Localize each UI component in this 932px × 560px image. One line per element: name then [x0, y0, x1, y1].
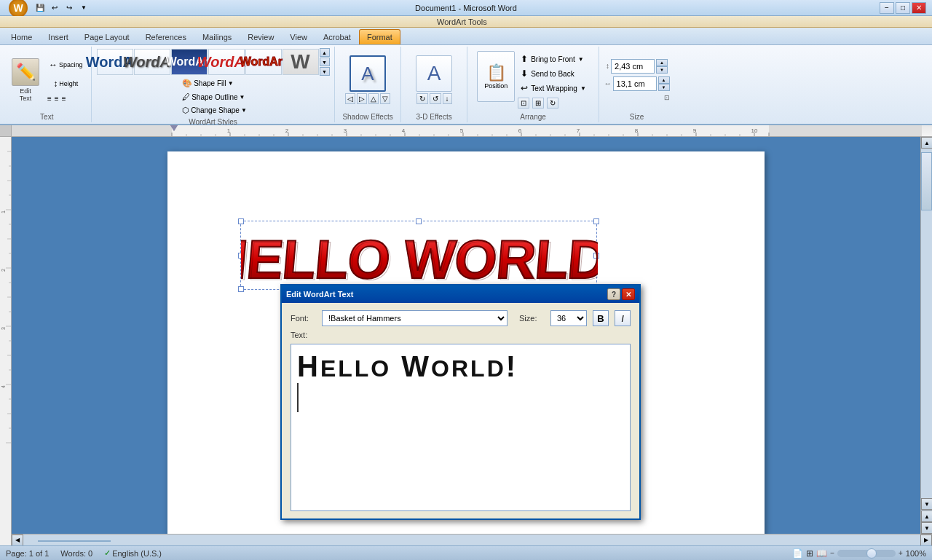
- edit-text-button[interactable]: ✏️ EditText: [7, 51, 44, 109]
- scroll-down-btn[interactable]: ▼: [921, 498, 932, 510]
- office-button[interactable]: W: [9, 0, 28, 17]
- dialog-close-btn[interactable]: ✕: [622, 288, 635, 300]
- prev-page-btn[interactable]: ▲: [921, 510, 932, 522]
- text-group-content: ✏️ EditText ↔ Spacing ↕ Height ≡: [7, 48, 87, 111]
- edit-text-label: EditText: [20, 87, 32, 102]
- rotate-btn[interactable]: ↻: [547, 98, 558, 109]
- zoom-slider[interactable]: [837, 550, 896, 557]
- group-btn[interactable]: ⊞: [532, 98, 544, 109]
- next-page-btn[interactable]: ▼: [921, 522, 932, 534]
- width-size-input[interactable]: [613, 76, 657, 91]
- position-button[interactable]: 📋 Position: [477, 51, 515, 102]
- send-to-back-btn[interactable]: ⬇ Send to Back: [518, 67, 589, 80]
- shadow-up-btn[interactable]: △: [368, 93, 379, 104]
- height-spin-down[interactable]: ▼: [656, 66, 668, 74]
- tab-insert[interactable]: Insert: [40, 29, 76, 44]
- spacing-button[interactable]: ↔ Spacing: [45, 55, 87, 74]
- tab-page-layout[interactable]: Page Layout: [76, 29, 138, 44]
- height-size-input[interactable]: [611, 59, 655, 74]
- shape-outline-btn[interactable]: 🖊 Shape Outline ▼: [179, 91, 250, 103]
- size-dialog-launcher[interactable]: ⊡: [664, 94, 670, 101]
- scroll-left-btn[interactable]: ◀: [12, 535, 23, 546]
- arrange-group-label: Arrange: [520, 111, 546, 121]
- align-center-btn[interactable]: ≡: [54, 94, 60, 103]
- text-label: Text:: [291, 331, 316, 339]
- tab-review[interactable]: Review: [240, 29, 282, 44]
- size-select[interactable]: 36 12 18 24 48 72: [550, 310, 587, 326]
- threed-effects-button[interactable]: A: [416, 55, 452, 92]
- close-btn[interactable]: ✕: [912, 2, 926, 14]
- align-left-btn[interactable]: ≡: [47, 94, 52, 103]
- height-button[interactable]: ↕ Height: [45, 74, 87, 92]
- tab-acrobat[interactable]: Acrobat: [315, 29, 359, 44]
- shadow-effects-button[interactable]: A: [350, 55, 386, 92]
- zoom-out-btn[interactable]: −: [830, 549, 834, 557]
- height-spin-up[interactable]: ▲: [656, 59, 668, 66]
- view-normal-btn[interactable]: 📄: [792, 548, 803, 559]
- height-spinner: ▲ ▼: [656, 59, 668, 74]
- tab-references[interactable]: References: [138, 29, 194, 44]
- status-bar: Page: 1 of 1 Words: 0 ✓ English (U.S.) 📄…: [0, 545, 932, 560]
- ribbon-group-wordart-styles: WordArt WordArt WordArt WordArt WordArt: [92, 47, 335, 122]
- save-quick-btn[interactable]: 💾: [33, 1, 47, 15]
- styles-scroll-mid[interactable]: ▼: [320, 58, 330, 66]
- scroll-right-btn[interactable]: ▶: [920, 535, 932, 546]
- width-spin-down[interactable]: ▼: [658, 84, 670, 91]
- font-select[interactable]: !Basket of Hammers Arial Times New Roman: [322, 310, 508, 326]
- scroll-track-v[interactable]: [921, 149, 932, 498]
- change-shape-btn[interactable]: ⬡ Change Shape ▼: [179, 104, 250, 117]
- scroll-thumb-v[interactable]: [921, 152, 932, 210]
- align-right-btn[interactable]: ≡: [61, 94, 67, 103]
- styles-scroll-up[interactable]: ▲: [320, 48, 330, 57]
- maximize-btn[interactable]: □: [896, 2, 910, 14]
- wordart-style-w[interactable]: W: [283, 49, 319, 75]
- threed-btn2[interactable]: ↺: [430, 93, 441, 104]
- view-reading-btn[interactable]: 📖: [816, 548, 827, 559]
- zoom-thumb[interactable]: [866, 548, 877, 559]
- align-btn[interactable]: ⊡: [518, 98, 529, 109]
- shadow-icon: A: [361, 63, 374, 85]
- wordart-style-5[interactable]: WordArt: [245, 49, 282, 75]
- shadow-sub-icons: ◁ ▷ △ ▽: [345, 93, 390, 104]
- scroll-up-btn[interactable]: ▲: [921, 137, 932, 149]
- dialog-help-btn[interactable]: ?: [607, 288, 620, 300]
- tab-mailings[interactable]: Mailings: [194, 29, 240, 44]
- svg-text:6: 6: [518, 127, 522, 134]
- height-icon: ↕: [53, 79, 58, 89]
- shape-outline-dropdown-icon: ▼: [240, 94, 245, 100]
- undo-quick-btn[interactable]: ↩: [48, 1, 61, 15]
- redo-quick-btn[interactable]: ↪: [63, 1, 76, 15]
- scroll-thumb-h[interactable]: [38, 540, 111, 542]
- styles-scroll-down[interactable]: ▼: [320, 67, 330, 76]
- view-layout-btn[interactable]: ⊞: [806, 548, 813, 559]
- shadow-left-btn[interactable]: ◁: [345, 93, 355, 104]
- customize-quick-btn[interactable]: ▼: [77, 1, 90, 15]
- svg-text:4: 4: [1, 385, 6, 388]
- italic-button[interactable]: I: [615, 310, 631, 326]
- shadow-down-btn[interactable]: ▽: [380, 93, 390, 104]
- minimize-btn[interactable]: −: [880, 2, 894, 14]
- threed-btn3[interactable]: ↓: [443, 93, 452, 104]
- wordart-style-4[interactable]: WordArt: [208, 49, 245, 75]
- styles-scroll-btns: ▲ ▼ ▼: [320, 48, 330, 76]
- tab-format[interactable]: Format: [359, 29, 400, 44]
- bring-to-front-btn[interactable]: ⬆ Bring to Front ▼: [518, 52, 589, 66]
- bold-button[interactable]: B: [593, 310, 609, 326]
- svg-text:10: 10: [751, 127, 758, 134]
- tab-view[interactable]: View: [282, 29, 315, 44]
- text-preview-area[interactable]: HELLO WORLD!: [291, 344, 631, 511]
- wordart-object[interactable]: HELLO WORLD! HELLO WORLD!: [240, 221, 597, 290]
- horizontal-ruler: 1 2 3 4 5 6 7 8 9 10: [12, 125, 932, 137]
- zoom-in-btn[interactable]: +: [899, 549, 903, 557]
- shadow-right-btn[interactable]: ▷: [357, 93, 367, 104]
- text-wrapping-btn[interactable]: ↩ Text Wrapping ▼: [518, 82, 589, 95]
- tab-home[interactable]: Home: [3, 29, 40, 44]
- edit-wordart-dialog[interactable]: Edit WordArt Text ? ✕ Font: !Basket of H…: [280, 284, 641, 520]
- font-row: Font: !Basket of Hammers Arial Times New…: [291, 310, 631, 326]
- width-spin-up[interactable]: ▲: [658, 76, 670, 84]
- threed-group-label: 3-D Effects: [416, 111, 451, 121]
- send-to-back-icon: ⬇: [521, 68, 528, 79]
- threed-btn1[interactable]: ↻: [416, 93, 428, 104]
- shape-fill-btn[interactable]: 🎨 Shape Fill ▼: [179, 77, 250, 90]
- wordart-style-2[interactable]: WordArt: [134, 49, 170, 75]
